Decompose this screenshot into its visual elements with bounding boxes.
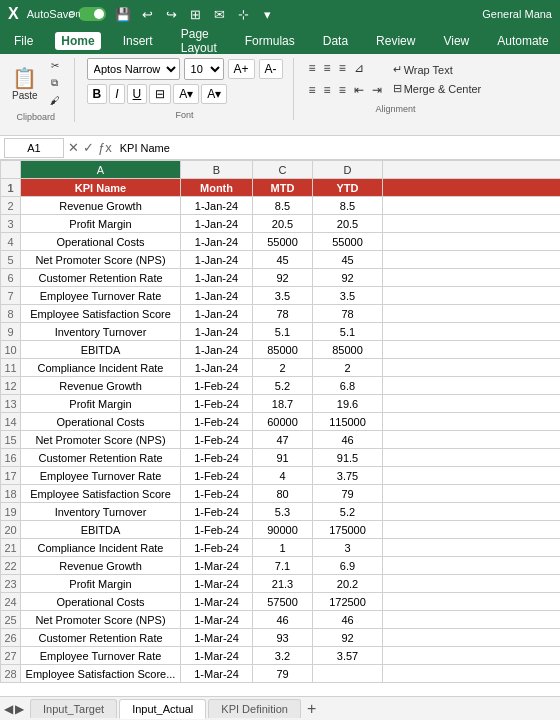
cell-ytd-1[interactable]: 20.5 [313, 215, 383, 233]
cell-kpi-15[interactable]: Employee Turnover Rate [21, 467, 181, 485]
formula-insert-icon[interactable]: ƒx [98, 140, 112, 155]
cell-mtd-11[interactable]: 18.7 [253, 395, 313, 413]
cell-mtd-0[interactable]: 8.5 [253, 197, 313, 215]
cell-month-3[interactable]: 1-Jan-24 [181, 251, 253, 269]
menu-insert[interactable]: Insert [117, 32, 159, 50]
cell-mtd-22[interactable]: 57500 [253, 593, 313, 611]
cell-mtd-6[interactable]: 78 [253, 305, 313, 323]
align-center-button[interactable]: ≡ [321, 60, 334, 76]
sheet-nav-left[interactable]: ◀ [4, 702, 13, 716]
header-ytd[interactable]: YTD [313, 179, 383, 197]
sheet-nav-right[interactable]: ▶ [15, 702, 24, 716]
cell-kpi-10[interactable]: Revenue Growth [21, 377, 181, 395]
redo-icon[interactable]: ↪ [162, 5, 180, 23]
cell-month-17[interactable]: 1-Feb-24 [181, 503, 253, 521]
undo-icon[interactable]: ↩ [138, 5, 156, 23]
italic-button[interactable]: I [109, 84, 124, 104]
cell-kpi-26[interactable]: Employee Satisfaction Score... [21, 665, 181, 683]
cell-kpi-17[interactable]: Inventory Turnover [21, 503, 181, 521]
cell-month-7[interactable]: 1-Jan-24 [181, 323, 253, 341]
email-icon[interactable]: ✉ [210, 5, 228, 23]
cell-ytd-12[interactable]: 115000 [313, 413, 383, 431]
cell-month-9[interactable]: 1-Jan-24 [181, 359, 253, 377]
cell-month-16[interactable]: 1-Feb-24 [181, 485, 253, 503]
cell-ytd-22[interactable]: 172500 [313, 593, 383, 611]
menu-view[interactable]: View [437, 32, 475, 50]
cell-kpi-5[interactable]: Employee Turnover Rate [21, 287, 181, 305]
cell-kpi-1[interactable]: Profit Margin [21, 215, 181, 233]
cell-kpi-25[interactable]: Employee Turnover Rate [21, 647, 181, 665]
cell-mtd-23[interactable]: 46 [253, 611, 313, 629]
menu-home[interactable]: Home [55, 32, 100, 50]
tab-input-target[interactable]: Input_Target [30, 699, 117, 718]
cell-mtd-9[interactable]: 2 [253, 359, 313, 377]
cell-mtd-3[interactable]: 45 [253, 251, 313, 269]
cell-ytd-16[interactable]: 79 [313, 485, 383, 503]
cell-ytd-4[interactable]: 92 [313, 269, 383, 287]
col-header-e[interactable] [383, 161, 561, 179]
col-header-d[interactable]: D [313, 161, 383, 179]
increase-font-button[interactable]: A+ [228, 59, 255, 79]
cell-month-21[interactable]: 1-Mar-24 [181, 575, 253, 593]
font-size-selector[interactable]: 10 [184, 58, 224, 80]
cell-ytd-10[interactable]: 6.8 [313, 377, 383, 395]
orientation-button[interactable]: ⊿ [351, 60, 367, 76]
cell-ytd-15[interactable]: 3.75 [313, 467, 383, 485]
cell-ytd-26[interactable] [313, 665, 383, 683]
grid-icon[interactable]: ⊞ [186, 5, 204, 23]
cell-mtd-25[interactable]: 3.2 [253, 647, 313, 665]
header-kpi[interactable]: KPI Name [21, 179, 181, 197]
col-header-a[interactable]: A [21, 161, 181, 179]
formula-confirm-icon[interactable]: ✓ [83, 140, 94, 155]
cell-month-20[interactable]: 1-Mar-24 [181, 557, 253, 575]
cell-month-19[interactable]: 1-Feb-24 [181, 539, 253, 557]
cell-mtd-7[interactable]: 5.1 [253, 323, 313, 341]
cell-mtd-21[interactable]: 21.3 [253, 575, 313, 593]
cell-ytd-19[interactable]: 3 [313, 539, 383, 557]
font-color-button[interactable]: A▾ [201, 84, 227, 104]
cell-month-11[interactable]: 1-Feb-24 [181, 395, 253, 413]
cell-kpi-18[interactable]: EBITDA [21, 521, 181, 539]
cell-ytd-23[interactable]: 46 [313, 611, 383, 629]
paste-button[interactable]: 📋 Paste [8, 64, 42, 103]
cell-month-2[interactable]: 1-Jan-24 [181, 233, 253, 251]
cell-mtd-1[interactable]: 20.5 [253, 215, 313, 233]
wrap-text-button[interactable]: ↵ Wrap Text [389, 61, 486, 78]
cell-kpi-6[interactable]: Employee Satisfaction Score [21, 305, 181, 323]
indent-increase-button[interactable]: ⇥ [369, 82, 385, 98]
cell-kpi-2[interactable]: Operational Costs [21, 233, 181, 251]
cell-ytd-2[interactable]: 55000 [313, 233, 383, 251]
cell-month-10[interactable]: 1-Feb-24 [181, 377, 253, 395]
autosave-toggle[interactable]: On [78, 7, 106, 21]
cell-ytd-3[interactable]: 45 [313, 251, 383, 269]
cell-month-23[interactable]: 1-Mar-24 [181, 611, 253, 629]
cell-month-24[interactable]: 1-Mar-24 [181, 629, 253, 647]
cell-ytd-13[interactable]: 46 [313, 431, 383, 449]
cell-month-14[interactable]: 1-Feb-24 [181, 449, 253, 467]
cell-mtd-15[interactable]: 4 [253, 467, 313, 485]
cell-kpi-3[interactable]: Net Promoter Score (NPS) [21, 251, 181, 269]
cell-ytd-21[interactable]: 20.2 [313, 575, 383, 593]
font-family-selector[interactable]: Aptos Narrow [87, 58, 180, 80]
cursor-icon[interactable]: ⊹ [234, 5, 252, 23]
cell-ytd-14[interactable]: 91.5 [313, 449, 383, 467]
decrease-font-button[interactable]: A- [259, 59, 283, 79]
underline-button[interactable]: U [127, 84, 148, 104]
cut-button[interactable]: ✂ [46, 58, 64, 73]
cell-mtd-14[interactable]: 91 [253, 449, 313, 467]
col-header-b[interactable]: B [181, 161, 253, 179]
cell-kpi-11[interactable]: Profit Margin [21, 395, 181, 413]
cell-mtd-19[interactable]: 1 [253, 539, 313, 557]
cell-kpi-19[interactable]: Compliance Incident Rate [21, 539, 181, 557]
align-bottom-left-button[interactable]: ≡ [306, 82, 319, 98]
cell-ytd-0[interactable]: 8.5 [313, 197, 383, 215]
cell-ytd-5[interactable]: 3.5 [313, 287, 383, 305]
fill-color-button[interactable]: A▾ [173, 84, 199, 104]
format-painter-button[interactable]: 🖌 [46, 93, 64, 108]
header-month[interactable]: Month [181, 179, 253, 197]
copy-button[interactable]: ⧉ [46, 75, 64, 91]
menu-formulas[interactable]: Formulas [239, 32, 301, 50]
cell-month-8[interactable]: 1-Jan-24 [181, 341, 253, 359]
cell-ytd-20[interactable]: 6.9 [313, 557, 383, 575]
menu-automate[interactable]: Automate [491, 32, 554, 50]
